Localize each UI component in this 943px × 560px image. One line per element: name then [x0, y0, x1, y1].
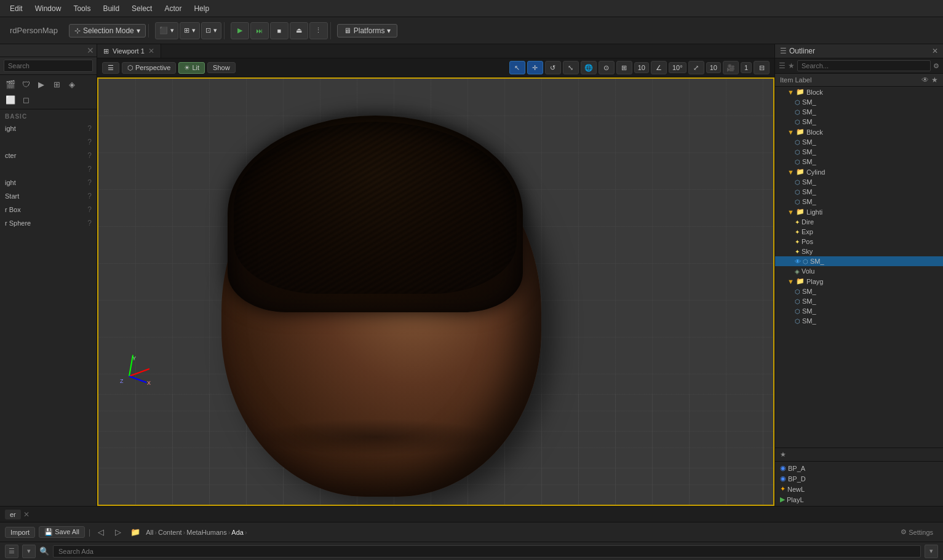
- content-browser-tab-close[interactable]: ✕: [23, 510, 30, 519]
- tree-item-exp[interactable]: ✦ Exp: [775, 227, 943, 237]
- select-mode-button[interactable]: ⊞ ▾: [180, 22, 200, 39]
- tree-folder-block1[interactable]: ▼ 📁 Block: [775, 87, 943, 97]
- tree-item-pos[interactable]: ✦ Pos: [775, 237, 943, 246]
- breadcrumb-ada[interactable]: Ada: [231, 529, 244, 536]
- perspective-button[interactable]: ⬡ Perspective: [122, 62, 176, 74]
- move-tool-button[interactable]: ✛: [527, 61, 543, 74]
- lit-button[interactable]: ☀ Lit: [178, 62, 205, 74]
- tree-item-sm10[interactable]: ⬡ SM_: [775, 286, 943, 296]
- help-icon-3[interactable]: ?: [87, 165, 92, 173]
- panel-close-button[interactable]: ✕: [87, 45, 94, 55]
- panel-item-2[interactable]: cter ?: [0, 149, 97, 162]
- tree-folder-block2[interactable]: ▼ 📁 Block: [775, 127, 943, 137]
- tree-item-sm8[interactable]: ⬡ SM_: [775, 187, 943, 197]
- surface-snap-button[interactable]: ⊙: [599, 61, 615, 74]
- tree-folder-playground[interactable]: ▼ 📁 Playg: [775, 276, 943, 286]
- tree-item-sm12[interactable]: ⬡ SM_: [775, 306, 943, 316]
- panel-item-3[interactable]: ?: [0, 162, 97, 176]
- panel-item-light[interactable]: ight ?: [0, 176, 97, 189]
- tree-folder-lighting[interactable]: ▼ 📁 Lighti: [775, 207, 943, 217]
- breadcrumb-metahumans[interactable]: MetaHumans: [186, 529, 226, 536]
- panel-item-0[interactable]: ight ?: [0, 122, 97, 135]
- tree-item-sm11[interactable]: ⬡ SM_: [775, 296, 943, 306]
- help-icon-2[interactable]: ?: [87, 151, 92, 160]
- menu-help[interactable]: Help: [189, 3, 214, 14]
- more-options-button[interactable]: ⋮: [309, 22, 328, 39]
- tree-item-sm4[interactable]: ⬡ SM_: [775, 137, 943, 147]
- grid-size-value[interactable]: 10: [634, 62, 649, 73]
- selection-mode-button[interactable]: ⊹ Selection Mode ▾: [69, 24, 146, 37]
- layout-button[interactable]: ⊟: [754, 61, 770, 74]
- stop-button[interactable]: ■: [270, 22, 288, 39]
- breadcrumb-all[interactable]: All: [146, 529, 153, 536]
- grid-icon[interactable]: ⊞: [50, 77, 63, 91]
- viewport-canvas[interactable]: X Y Z: [97, 77, 774, 506]
- shield-icon[interactable]: 🛡: [19, 77, 33, 91]
- folder-icon-bar[interactable]: 📁: [129, 526, 142, 539]
- outliner-add-icon[interactable]: ★: [780, 451, 786, 459]
- panel-item-box[interactable]: r Box ?: [0, 203, 97, 216]
- place-search-input[interactable]: [4, 60, 93, 72]
- content-filter-button[interactable]: ☰: [5, 545, 18, 558]
- skip-forward-button[interactable]: ⏭: [250, 22, 269, 39]
- camera-speed-value[interactable]: 1: [741, 62, 752, 73]
- bp-ada-item[interactable]: ◉ BP_A: [778, 463, 941, 473]
- grid-toggle-button[interactable]: ⊞: [616, 61, 632, 74]
- panel-item-sphere[interactable]: r Sphere ?: [0, 216, 97, 230]
- shapes-icon[interactable]: ◈: [65, 77, 79, 91]
- box-icon[interactable]: ◻: [19, 93, 33, 106]
- menu-window[interactable]: Window: [30, 3, 66, 14]
- outliner-search-input[interactable]: [797, 60, 931, 71]
- breadcrumb-content[interactable]: Content: [158, 529, 182, 536]
- play-small-icon[interactable]: ▶: [34, 77, 48, 91]
- menu-actor[interactable]: Actor: [159, 3, 186, 14]
- star-col-icon[interactable]: ★: [931, 76, 938, 84]
- help-icon-box[interactable]: ?: [87, 205, 92, 214]
- menu-edit[interactable]: Edit: [5, 3, 28, 14]
- help-icon-start[interactable]: ?: [87, 192, 92, 200]
- square-icon[interactable]: ⬜: [4, 93, 17, 106]
- tree-folder-cylinder[interactable]: ▼ 📁 Cylind: [775, 167, 943, 177]
- world-icon-btn[interactable]: 🌐: [581, 61, 597, 74]
- viewport-tab-close[interactable]: ✕: [148, 47, 154, 55]
- select-tool-button[interactable]: ↖: [509, 61, 525, 74]
- tree-item-sm2[interactable]: ⬡ SM_: [775, 107, 943, 117]
- angle-icon[interactable]: ∠: [651, 61, 667, 74]
- tree-item-sm6[interactable]: ⬡ SM_: [775, 157, 943, 167]
- help-icon-0[interactable]: ?: [87, 124, 92, 133]
- search-dropdown-button[interactable]: ▾: [925, 545, 938, 558]
- bp-d-item[interactable]: ◉ BP_D: [778, 473, 941, 484]
- tree-item-sm9[interactable]: ⬡ SM_: [775, 197, 943, 207]
- tree-item-sm13[interactable]: ⬡ SM_: [775, 316, 943, 326]
- newl-item[interactable]: ✦ NewL: [778, 484, 941, 494]
- hamburger-menu-button[interactable]: ☰: [102, 62, 119, 74]
- show-button[interactable]: Show: [207, 62, 236, 73]
- help-icon-sphere[interactable]: ?: [87, 219, 92, 227]
- playl-item[interactable]: ▶ PlayL: [778, 494, 941, 505]
- content-sort-button[interactable]: ▾: [22, 545, 36, 558]
- tree-item-sm5[interactable]: ⬡ SM_: [775, 147, 943, 157]
- panel-item-start[interactable]: Start ?: [0, 189, 97, 203]
- content-search-input[interactable]: [53, 545, 921, 558]
- outliner-close-button[interactable]: ✕: [932, 47, 938, 55]
- tree-item-sm3[interactable]: ⬡ SM_: [775, 117, 943, 127]
- scale-tool-button[interactable]: ⤡: [563, 61, 579, 74]
- platforms-button[interactable]: 🖥 Platforms ▾: [337, 24, 398, 37]
- add-object-button[interactable]: ⬛ ▾: [155, 22, 178, 39]
- menu-select[interactable]: Select: [127, 3, 157, 14]
- play-button[interactable]: ▶: [231, 22, 249, 39]
- rotate-tool-button[interactable]: ↺: [545, 61, 561, 74]
- settings-button[interactable]: ⚙ Settings: [896, 527, 938, 537]
- scale-icon[interactable]: ⤢: [688, 61, 704, 74]
- menu-build[interactable]: Build: [98, 3, 124, 14]
- tree-item-sm1[interactable]: ⬡ SM_: [775, 97, 943, 107]
- snap-button[interactable]: ⊡ ▾: [201, 22, 221, 39]
- tree-item-volume[interactable]: ◈ Volu: [775, 266, 943, 276]
- tree-item-sm-selected[interactable]: 👁 ⬡ SM_: [775, 256, 943, 266]
- import-button[interactable]: Import: [5, 527, 35, 538]
- content-browser-tab[interactable]: er: [5, 510, 21, 519]
- camera-speed-button[interactable]: 🎥: [723, 61, 739, 74]
- eject-button[interactable]: ⏏: [290, 22, 308, 39]
- angle-value[interactable]: 10°: [669, 62, 686, 73]
- tree-item-directional[interactable]: ✦ Dire: [775, 217, 943, 227]
